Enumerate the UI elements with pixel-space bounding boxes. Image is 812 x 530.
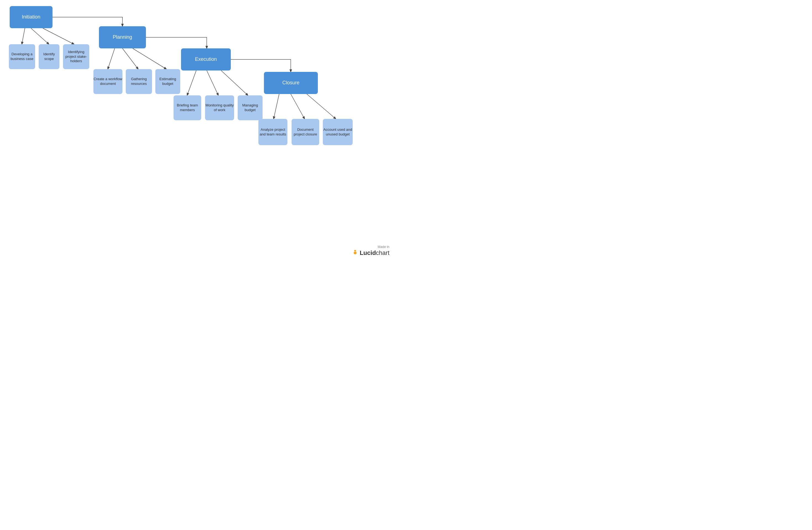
lucid-text: Lucidchart	[360, 249, 389, 257]
create-workflow-node: Create a workflow document	[93, 69, 122, 94]
briefing-team-node: Briefing team members	[174, 95, 201, 120]
document-closure-node: Document project closure	[292, 119, 319, 145]
svg-line-8	[221, 71, 248, 95]
svg-line-6	[187, 71, 196, 95]
managing-budget-node: Managing budget	[238, 95, 263, 120]
identifying-stakeholders-label: Identifying project stake-holders	[63, 50, 89, 64]
lucidchart-logo: Lucidchart	[352, 249, 389, 257]
closure-label: Closure	[282, 80, 299, 86]
svg-line-9	[274, 94, 279, 119]
closure-node: Closure	[264, 72, 318, 94]
gathering-resources-label: Gathering resources	[126, 77, 152, 86]
identify-scope-label: Identify scope	[39, 52, 59, 61]
planning-label: Planning	[113, 34, 132, 40]
planning-node: Planning	[99, 26, 146, 48]
svg-line-1	[31, 28, 49, 44]
watermark: Made in Lucidchart	[352, 245, 389, 257]
svg-line-3	[108, 48, 115, 69]
briefing-team-label: Briefing team members	[174, 103, 201, 113]
svg-line-10	[291, 94, 305, 119]
diagram-container: Initiation Developing a business case Id…	[0, 0, 406, 265]
initiation-node: Initiation	[10, 6, 53, 28]
document-closure-label: Document project closure	[292, 127, 319, 137]
analyze-project-label: Analyze project and team results	[258, 127, 287, 137]
developing-business-label: Developing a business case	[9, 52, 35, 61]
monitoring-quality-label: Monitoring quality of work	[205, 103, 234, 113]
estimating-budget-node: Estimating budget	[155, 69, 180, 94]
made-in-text: Made in	[378, 245, 389, 249]
estimating-budget-label: Estimating budget	[155, 77, 180, 86]
account-budget-node: Account used and unused budget	[323, 119, 353, 145]
svg-line-2	[43, 28, 74, 44]
lucid-icon	[352, 250, 359, 256]
create-workflow-label: Create a workflow document	[93, 77, 122, 86]
initiation-label: Initiation	[22, 14, 40, 20]
execution-label: Execution	[195, 56, 217, 62]
analyze-project-node: Analyze project and team results	[258, 119, 287, 145]
svg-line-4	[122, 48, 138, 69]
developing-business-node: Developing a business case	[9, 44, 35, 69]
account-budget-label: Account used and unused budget	[323, 127, 353, 137]
identifying-stakeholders-node: Identifying project stake-holders	[63, 44, 89, 69]
gathering-resources-node: Gathering resources	[126, 69, 152, 94]
svg-line-11	[307, 94, 336, 119]
managing-budget-label: Managing budget	[238, 103, 263, 113]
svg-line-5	[133, 48, 166, 69]
execution-node: Execution	[181, 48, 231, 71]
svg-line-7	[207, 71, 218, 95]
svg-line-0	[22, 28, 25, 44]
monitoring-quality-node: Monitoring quality of work	[205, 95, 234, 120]
identify-scope-node: Identify scope	[39, 44, 59, 69]
